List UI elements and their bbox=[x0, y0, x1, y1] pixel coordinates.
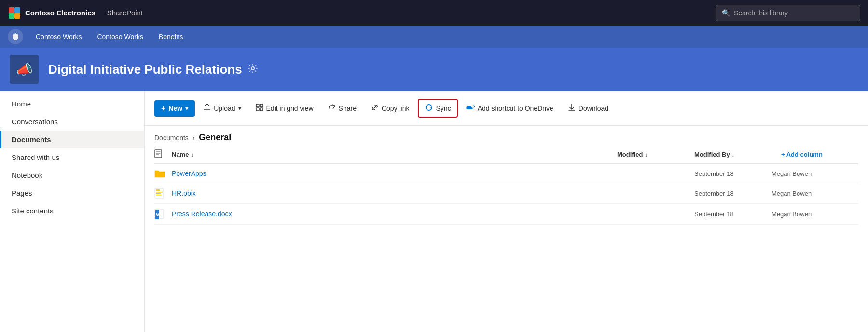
share-icon bbox=[328, 104, 336, 113]
add-shortcut-label: Add shortcut to OneDrive bbox=[478, 105, 553, 112]
edit-grid-label: Edit in grid view bbox=[266, 105, 314, 112]
upload-chevron-icon: ▾ bbox=[238, 105, 241, 112]
svg-text:W: W bbox=[156, 212, 161, 217]
svg-rect-6 bbox=[260, 104, 263, 107]
main-layout: Home Conversations Documents Shared with… bbox=[0, 91, 868, 332]
svg-rect-5 bbox=[256, 104, 259, 107]
sidebar-item-shared-with-us[interactable]: Shared with us bbox=[0, 148, 144, 166]
site-header-icon: 📣 bbox=[10, 55, 39, 84]
table-row[interactable]: W Press Release.docx September 18 Megan … bbox=[154, 204, 858, 225]
breadcrumb-chevron-icon: › bbox=[193, 133, 195, 142]
site-title: Digital Initiative Public Relations bbox=[48, 62, 258, 77]
link-icon bbox=[371, 104, 379, 113]
download-icon bbox=[568, 104, 576, 113]
column-modified[interactable]: Modified ↓ bbox=[617, 151, 694, 158]
sync-label: Sync bbox=[436, 105, 451, 112]
svg-rect-11 bbox=[156, 189, 160, 191]
sidebar-item-notebook-label: Notebook bbox=[12, 171, 42, 179]
add-column-label: + Add column bbox=[781, 151, 823, 158]
search-placeholder: Search this library bbox=[734, 9, 788, 17]
sidebar-item-notebook[interactable]: Notebook bbox=[0, 166, 144, 184]
search-icon: 🔍 bbox=[722, 9, 730, 17]
file-list-header: Name ↓ Modified ↓ Modified By ↓ + Add co… bbox=[154, 146, 858, 164]
sidebar-item-shared-label: Shared with us bbox=[12, 153, 59, 161]
file-list: Name ↓ Modified ↓ Modified By ↓ + Add co… bbox=[145, 146, 868, 225]
sidebar-item-conversations-label: Conversations bbox=[12, 118, 58, 126]
download-button[interactable]: Download bbox=[562, 100, 615, 117]
share-label: Share bbox=[339, 105, 357, 112]
company-logo[interactable]: Contoso Electronics bbox=[8, 6, 96, 20]
sidebar-item-conversations[interactable]: Conversations bbox=[0, 113, 144, 131]
site-nav-icon bbox=[8, 29, 23, 44]
column-modified-label: Modified bbox=[617, 151, 643, 158]
breadcrumb-current: General bbox=[199, 133, 231, 143]
sidebar-item-documents[interactable]: Documents bbox=[0, 131, 144, 148]
add-shortcut-button[interactable]: Add shortcut to OneDrive bbox=[460, 100, 560, 116]
file-modifiedby-hrpbix: Megan Bowen bbox=[772, 190, 858, 197]
file-name-powerapps[interactable]: PowerApps bbox=[172, 170, 694, 177]
contoso-logo-icon bbox=[8, 6, 21, 20]
column-name[interactable]: Name ↓ bbox=[172, 151, 617, 158]
svg-rect-8 bbox=[260, 108, 263, 111]
file-modifiedby-powerapps: Megan Bowen bbox=[772, 170, 858, 177]
modifiedby-sort-icon: ↓ bbox=[732, 152, 735, 158]
file-modified-powerapps: September 18 bbox=[694, 170, 772, 177]
app-name: SharePoint bbox=[107, 9, 143, 17]
svg-rect-13 bbox=[156, 193, 161, 194]
add-column-button[interactable]: + Add column bbox=[781, 151, 858, 158]
search-bar[interactable]: 🔍 Search this library bbox=[716, 5, 860, 21]
subnav-item-benefits[interactable]: Benefits bbox=[152, 30, 190, 43]
column-modified-by[interactable]: Modified By ↓ bbox=[694, 151, 781, 158]
site-header: 📣 Digital Initiative Public Relations bbox=[0, 48, 868, 91]
name-sort-icon: ↓ bbox=[191, 152, 193, 158]
grid-icon bbox=[256, 104, 263, 113]
svg-rect-2 bbox=[9, 13, 14, 19]
subnav-item-contosoworks1[interactable]: Contoso Works bbox=[29, 30, 88, 43]
upload-button[interactable]: Upload ▾ bbox=[197, 100, 247, 117]
share-button[interactable]: Share bbox=[322, 100, 363, 117]
sidebar-item-site-contents-label: Site contents bbox=[12, 207, 54, 215]
new-chevron-icon: ▾ bbox=[185, 105, 188, 112]
file-name-pressrelease[interactable]: Press Release.docx bbox=[172, 210, 694, 218]
company-name: Contoso Electronics bbox=[25, 9, 96, 17]
modified-sort-icon: ↓ bbox=[645, 152, 648, 158]
new-label: New bbox=[168, 105, 182, 112]
breadcrumb-parent[interactable]: Documents bbox=[154, 134, 189, 142]
upload-label: Upload bbox=[214, 105, 235, 112]
svg-rect-9 bbox=[155, 150, 162, 158]
sidebar-item-home[interactable]: Home bbox=[0, 95, 144, 113]
table-row[interactable]: HR.pbix September 18 Megan Bowen bbox=[154, 183, 858, 204]
svg-rect-3 bbox=[14, 13, 20, 19]
file-name-hrpbix[interactable]: HR.pbix bbox=[172, 189, 694, 197]
site-icon-emoji: 📣 bbox=[16, 62, 33, 78]
file-modified-pressrelease: September 18 bbox=[694, 211, 772, 218]
svg-rect-7 bbox=[256, 108, 259, 111]
new-button[interactable]: + New ▾ bbox=[154, 100, 195, 117]
toolbar: + New ▾ Upload ▾ bbox=[145, 91, 868, 126]
copy-link-button[interactable]: Copy link bbox=[365, 100, 416, 117]
sidebar-item-documents-label: Documents bbox=[12, 135, 51, 144]
svg-point-4 bbox=[251, 67, 254, 70]
table-row[interactable]: PowerApps September 18 Megan Bowen bbox=[154, 164, 858, 183]
top-navigation: Contoso Electronics SharePoint 🔍 Search … bbox=[0, 0, 868, 26]
sidebar-item-pages[interactable]: Pages bbox=[0, 184, 144, 202]
site-settings-icon[interactable] bbox=[248, 64, 258, 76]
sidebar-item-pages-label: Pages bbox=[12, 189, 32, 197]
copy-link-label: Copy link bbox=[382, 105, 410, 112]
upload-icon bbox=[203, 104, 211, 113]
content-area: + New ▾ Upload ▾ bbox=[145, 91, 868, 332]
svg-rect-1 bbox=[14, 7, 20, 13]
sidebar-item-site-contents[interactable]: Site contents bbox=[0, 202, 144, 220]
download-label: Download bbox=[579, 105, 608, 112]
sync-button[interactable]: Sync bbox=[418, 99, 458, 118]
docx-icon: W bbox=[154, 209, 172, 219]
column-name-label: Name bbox=[172, 151, 189, 158]
svg-rect-14 bbox=[156, 195, 162, 196]
edit-grid-button[interactable]: Edit in grid view bbox=[249, 100, 320, 117]
folder-icon bbox=[154, 169, 172, 178]
sub-navigation: Contoso Works Contoso Works Benefits bbox=[0, 26, 868, 48]
subnav-item-contosoworks2[interactable]: Contoso Works bbox=[90, 30, 150, 43]
site-title-text: Digital Initiative Public Relations bbox=[48, 62, 242, 77]
file-modifiedby-pressrelease: Megan Bowen bbox=[772, 211, 858, 218]
document-header-icon bbox=[154, 152, 162, 159]
